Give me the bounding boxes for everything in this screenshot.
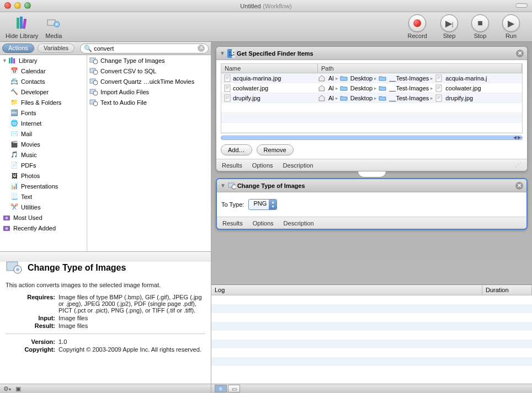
record-button[interactable]: Record	[408, 14, 427, 39]
horizontal-scrollbar[interactable]: ◀ ▶	[221, 136, 523, 140]
svg-point-24	[16, 268, 19, 271]
library-item-files-folders[interactable]: 📁Files & Folders	[8, 97, 87, 107]
chevron-icon: ▸	[430, 76, 434, 81]
disclosure-icon[interactable]: ▼	[220, 50, 225, 56]
preview-action-icon	[6, 259, 23, 277]
options-link[interactable]: Options	[253, 220, 274, 227]
action-title: Get Specified Finder Items	[237, 50, 313, 57]
action-item[interactable]: Import Audio Files	[87, 87, 211, 97]
step-button[interactable]: ▶| Step	[440, 14, 458, 39]
svg-point-15	[93, 70, 98, 74]
disclosure-icon[interactable]: ▼	[2, 58, 8, 63]
svg-rect-26	[232, 49, 235, 58]
options-link[interactable]: Options	[252, 162, 273, 169]
library-item-calendar[interactable]: 📅Calendar	[8, 66, 87, 76]
library-item-photos[interactable]: 🖼Photos	[8, 170, 87, 181]
table-row[interactable]: coolwater.jpgAl▸Desktop▸__Test-Images▸co…	[221, 83, 522, 93]
stop-button[interactable]: ■ Stop	[471, 14, 489, 39]
minimize-window-button[interactable]	[14, 2, 21, 9]
right-bottom-bar: ≡ ▭	[211, 384, 532, 393]
category-icon: 📃	[10, 192, 19, 201]
hide-library-button[interactable]: Hide Library	[6, 14, 38, 39]
remove-button[interactable]: Remove	[257, 144, 294, 155]
svg-point-28	[233, 52, 234, 53]
tab-variables[interactable]: Variables	[38, 44, 75, 53]
action-item[interactable]: Text to Audio File	[87, 97, 211, 107]
preview-action-icon	[228, 182, 236, 190]
search-field[interactable]: 🔍 ✕	[80, 44, 209, 53]
category-icon: 📄	[10, 161, 19, 170]
library-item-music[interactable]: 🎵Music	[8, 149, 87, 160]
library-item-pdfs[interactable]: 📄PDFs	[8, 160, 87, 170]
workflow-action-get-finder-items[interactable]: ▼ Get Specified Finder Items ✕ Name Path…	[216, 46, 528, 171]
description-link[interactable]: Description	[283, 162, 313, 169]
flow-view-button[interactable]: ▭	[228, 385, 240, 392]
zoom-window-button[interactable]	[24, 2, 31, 9]
description-link[interactable]: Description	[284, 220, 314, 227]
most-used[interactable]: Most Used	[0, 212, 87, 223]
svg-rect-0	[17, 18, 19, 29]
library-item-text[interactable]: 📃Text	[8, 191, 87, 202]
library-item-internet[interactable]: 🌐Internet	[8, 118, 87, 128]
action-header[interactable]: ▼ Get Specified Finder Items ✕	[216, 47, 527, 60]
list-view-button[interactable]: ≡	[215, 385, 227, 392]
search-icon: 🔍	[84, 45, 92, 52]
action-item[interactable]: Convert CSV to SQL	[87, 66, 211, 76]
select-arrows-icon: ▲▼	[271, 200, 275, 209]
svg-rect-6	[11, 57, 13, 63]
action-item[interactable]: Convert Quartz …uickTime Movies	[87, 76, 211, 87]
action-item[interactable]: Change Type of Images	[87, 55, 211, 66]
action-item-label: Import Audio Files	[100, 89, 149, 95]
library-item-contacts[interactable]: 📇Contacts	[8, 76, 87, 87]
folder-icon	[340, 84, 348, 92]
library-item-fonts[interactable]: 🔤Fonts	[8, 107, 87, 118]
add-button[interactable]: Add…	[221, 144, 252, 155]
disclosure-icon[interactable]: ▼	[220, 182, 226, 189]
action-header[interactable]: ▼ Change Type of Images ✕	[217, 179, 526, 192]
search-clear-button[interactable]: ✕	[198, 45, 205, 52]
table-row[interactable]: acquia-marina.jpgAl▸Desktop▸__Test-Image…	[221, 73, 522, 83]
action-footer: Results Options Description	[217, 217, 526, 229]
library-item-mail[interactable]: ✉️Mail	[8, 128, 87, 139]
library-item-utilities[interactable]: ✂️Utilities	[8, 202, 87, 212]
most-used-label: Most Used	[13, 214, 42, 221]
actions-list[interactable]: Change Type of ImagesConvert CSV to SQLC…	[87, 55, 211, 251]
table-row[interactable]: drupify.jpgAl▸Desktop▸__Test-Images▸drup…	[221, 93, 522, 103]
svg-rect-32	[436, 85, 441, 91]
toolbar-toggle-pill[interactable]	[515, 3, 528, 8]
col-name[interactable]: Name	[221, 64, 318, 73]
library-item-movies[interactable]: 🎬Movies	[8, 139, 87, 149]
library-root[interactable]: ▼ Library	[0, 55, 87, 66]
resize-grip-icon[interactable]: ⋰	[515, 161, 522, 169]
action-icon	[89, 77, 98, 86]
results-link[interactable]: Results	[222, 220, 243, 227]
workflow-action-change-type[interactable]: ▼ Change Type of Images ✕ To Type: PNG ▲…	[216, 178, 528, 230]
media-button[interactable]: Media	[45, 14, 62, 39]
input-label: Input:	[6, 315, 58, 321]
library-item-presentations[interactable]: 📊Presentations	[8, 181, 87, 191]
log-column-header[interactable]: Log	[211, 285, 482, 295]
results-link[interactable]: Results	[222, 162, 242, 169]
run-button[interactable]: ▶ Run	[502, 14, 520, 39]
library-item-developer[interactable]: 🔨Developer	[8, 87, 87, 97]
action-icon	[89, 56, 98, 65]
sidebar-toggle-icon[interactable]: ▣	[15, 385, 21, 392]
search-input[interactable]	[94, 45, 198, 52]
chevron-icon: ▸	[374, 95, 377, 101]
svg-point-36	[232, 185, 236, 189]
duration-column-header[interactable]: Duration	[482, 285, 532, 295]
library-item-label: Utilities	[21, 204, 40, 211]
category-icon: 🔤	[10, 109, 19, 117]
remove-action-button[interactable]: ✕	[515, 182, 523, 190]
gear-menu-button[interactable]: ⚙▾	[3, 385, 11, 392]
to-type-select[interactable]: PNG ▲▼	[248, 199, 277, 210]
remove-action-button[interactable]: ✕	[516, 50, 524, 57]
tab-actions[interactable]: Actions	[2, 44, 34, 53]
recently-added[interactable]: Recently Added	[0, 223, 87, 233]
workflow-canvas[interactable]: ▼ Get Specified Finder Items ✕ Name Path…	[211, 42, 532, 284]
svg-rect-31	[225, 85, 230, 91]
col-path[interactable]: Path	[318, 64, 522, 73]
close-window-button[interactable]	[4, 2, 11, 9]
library-item-label: Movies	[21, 141, 40, 148]
library-tree[interactable]: ▼ Library 📅Calendar📇Contacts🔨Developer📁F…	[0, 55, 87, 251]
